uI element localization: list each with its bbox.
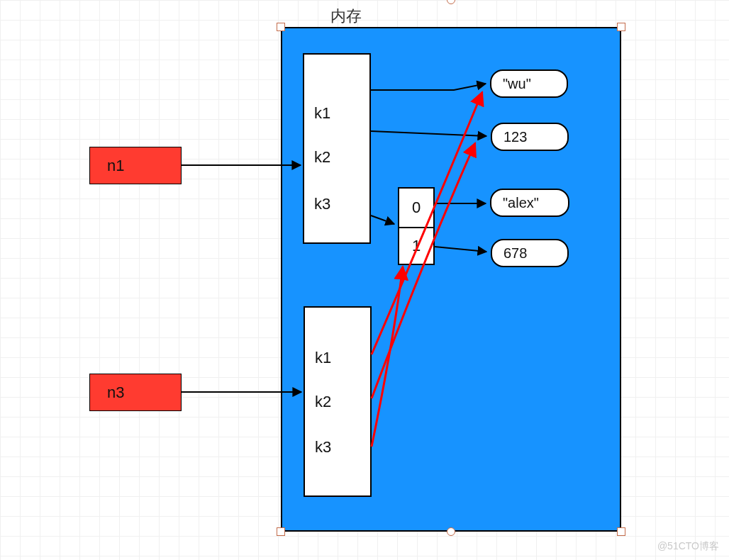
dict1-k1: k1 [314,104,330,123]
value-wu: "wu" [490,69,568,98]
dict2-k3: k3 [315,438,331,457]
selection-handle-bl[interactable] [277,527,285,536]
selection-handle-br[interactable] [617,527,625,536]
list-k3: 0 1 [398,187,435,265]
watermark: @51CTO博客 [657,540,719,553]
list-index-0: 0 [412,198,421,217]
dict1-k3: k3 [314,195,330,213]
value-alex: "alex" [490,189,569,217]
list-divider [399,227,433,228]
selection-handle-tl[interactable] [277,23,285,31]
dict-n1: k1 k2 k3 [303,53,371,244]
variable-n1-label: n1 [107,157,124,175]
diagram-canvas: 内存 n1 n3 k1 k2 k3 k1 k2 k3 0 1 "wu" 123 … [0,0,729,560]
dict-n3: k1 k2 k3 [304,306,372,497]
selection-handle-bm[interactable] [447,527,455,536]
memory-title: 内存 [330,6,362,27]
dict2-k2: k2 [315,393,331,411]
value-123: 123 [491,123,569,151]
list-index-1: 1 [412,237,421,255]
value-678: 678 [491,239,569,267]
variable-n3-label: n3 [107,383,124,402]
variable-n3: n3 [89,374,182,411]
dict2-k1: k1 [315,349,331,367]
dict1-k2: k2 [314,148,330,167]
selection-handle-tr[interactable] [617,23,625,31]
variable-n1: n1 [89,147,182,184]
selection-handle-tm[interactable] [447,0,455,4]
